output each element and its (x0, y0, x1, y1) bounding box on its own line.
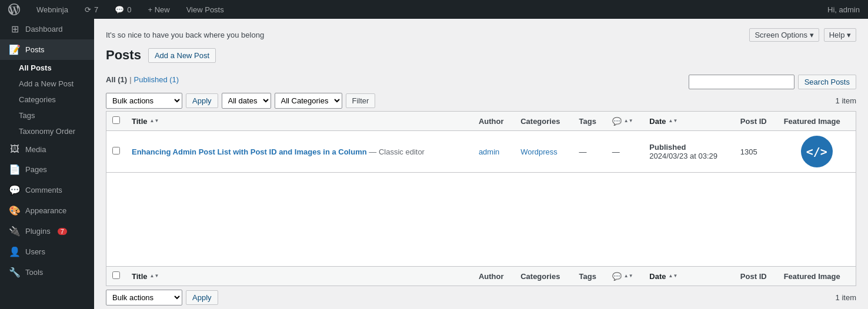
sort-arrows-date-bottom: ▲▼ (669, 274, 678, 278)
select-all-bottom-checkbox[interactable] (112, 271, 120, 279)
help-button[interactable]: Help ▾ (824, 28, 856, 42)
post-status-label: — Classic editor (369, 147, 425, 156)
apply-top-button[interactable]: Apply (186, 93, 218, 108)
sidebar-item-tags[interactable]: Tags (0, 108, 94, 123)
sidebar-item-plugins[interactable]: 🔌 Plugins 7 (0, 221, 94, 241)
search-posts-button[interactable]: Search Posts (798, 75, 856, 89)
view-posts-item[interactable]: View Posts (183, 0, 228, 19)
table-row: Enhancing Admin Post List with Post ID a… (106, 131, 856, 173)
view-posts-label: View Posts (186, 5, 224, 14)
sidebar-item-add-new-post[interactable]: Add a New Post (0, 76, 94, 92)
th-categories: Categories (515, 112, 573, 131)
category-link[interactable]: Wordpress (520, 147, 557, 156)
th-comments-icon: 💬 (612, 117, 622, 126)
sort-date-bottom-link[interactable]: Date ▲▼ (649, 272, 729, 281)
item-count-top: 1 item (836, 96, 856, 105)
th-date: Date ▲▼ (643, 112, 735, 131)
table-footer-row: Title ▲▼ Author Categories Tags (106, 267, 856, 286)
select-all-checkbox[interactable] (112, 116, 120, 124)
update-count: 7 (94, 5, 98, 14)
tfoot-th-tags: Tags (573, 267, 606, 286)
th-author: Author (473, 112, 515, 131)
row-checkbox-cell (106, 131, 126, 173)
comments-icon: 💬 (9, 184, 21, 196)
row-featured-image-cell: </> (778, 131, 856, 173)
tfoot-checkbox (106, 267, 126, 286)
wp-logo-item[interactable] (5, 0, 24, 19)
row-checkbox[interactable] (112, 147, 120, 154)
sidebar-item-pages[interactable]: 📄 Pages (0, 159, 94, 180)
plugins-badge: 7 (58, 228, 67, 235)
sort-date-link[interactable]: Date ▲▼ (649, 117, 729, 126)
item-count-bottom: 1 item (836, 293, 856, 302)
th-date-label: Date (649, 117, 666, 126)
plugins-icon: 🔌 (9, 226, 21, 237)
author-link[interactable]: admin (479, 147, 499, 156)
th-post-id: Post ID (735, 112, 778, 131)
sort-title-bottom-link[interactable]: Title ▲▼ (132, 272, 467, 281)
sidebar-item-categories[interactable]: Categories (0, 92, 94, 108)
apply-bottom-button[interactable]: Apply (186, 290, 218, 305)
page-title: Posts (106, 48, 141, 63)
add-new-post-button[interactable]: Add a New Post (148, 48, 216, 63)
sidebar-item-tools[interactable]: 🔧 Tools (0, 262, 94, 283)
sidebar-item-posts[interactable]: 📝 Posts (0, 39, 94, 60)
page-heading: Posts Add a New Post (106, 48, 856, 63)
sidebar-item-appearance[interactable]: 🎨 Appearance (0, 200, 94, 221)
updates-item[interactable]: ⟳ 7 (81, 0, 102, 19)
sort-comments-bottom-link[interactable]: 💬 ▲▼ (612, 272, 638, 281)
th-categories-label: Categories (520, 117, 560, 126)
th-tags: Tags (573, 112, 606, 131)
empty-cell (106, 173, 856, 267)
greeting-item[interactable]: Hi, admin (824, 0, 863, 19)
sidebar-item-all-posts[interactable]: All Posts (0, 60, 94, 76)
sort-comments-link[interactable]: 💬 ▲▼ (612, 117, 638, 126)
admin-bar: Webninja ⟳ 7 💬 0 + New View Posts Hi, ad… (0, 0, 868, 19)
screen-options-button[interactable]: Screen Options ▾ (749, 28, 819, 42)
sidebar: ⊞ Dashboard 📝 Posts All Posts Add a New … (0, 19, 94, 309)
top-filter-row: Bulk actions Apply All dates All Categor… (106, 93, 856, 109)
empty-row (106, 173, 856, 267)
post-title-link[interactable]: Enhancing Admin Post List with Post ID a… (132, 147, 367, 156)
search-input[interactable] (689, 75, 794, 89)
sort-arrows-date: ▲▼ (669, 119, 678, 123)
th-tags-label: Tags (579, 117, 596, 126)
new-item[interactable]: + New (144, 0, 173, 19)
bulk-actions-top-select[interactable]: Bulk actions (106, 93, 182, 109)
sidebar-item-dashboard[interactable]: ⊞ Dashboard (0, 19, 94, 39)
appearance-icon: 🎨 (9, 205, 21, 216)
sidebar-item-label: Dashboard (25, 25, 63, 33)
taxonomy-order-label: Taxonomy Order (19, 127, 75, 136)
tfoot-th-title: Title ▲▼ (126, 267, 473, 286)
comments-item[interactable]: 💬 0 (111, 0, 135, 19)
tfoot-th-comments: 💬 ▲▼ (606, 267, 644, 286)
sidebar-item-taxonomy-order[interactable]: Taxonomy Order (0, 123, 94, 139)
comments-value: — (612, 147, 620, 156)
bulk-actions-bottom-select[interactable]: Bulk actions (106, 290, 182, 305)
category-filter-select[interactable]: All Categories (275, 93, 342, 109)
posts-icon: 📝 (9, 44, 21, 55)
top-tablenav: All (1) | Published (1) Search Posts (106, 71, 856, 93)
wp-logo-icon (8, 4, 20, 15)
filter-button[interactable]: Filter (346, 93, 376, 108)
sidebar-item-media[interactable]: 🖼 Media (0, 139, 94, 159)
filter-all[interactable]: All (1) (106, 75, 127, 84)
th-title: Title ▲▼ (126, 112, 473, 131)
top-bar: It's so nice to have you back where you … (106, 28, 856, 42)
tfoot-comments-icon: 💬 (612, 272, 622, 281)
dashboard-icon: ⊞ (9, 23, 21, 35)
sidebar-item-comments[interactable]: 💬 Comments (0, 180, 94, 200)
filter-published[interactable]: Published (1) (134, 75, 179, 84)
site-name-item[interactable]: Webninja (33, 0, 72, 19)
sort-title-link[interactable]: Title ▲▼ (132, 117, 467, 126)
sidebar-item-users[interactable]: 👤 Users (0, 241, 94, 262)
row-tags-cell: — (573, 131, 606, 173)
date-filter-select[interactable]: All dates (222, 93, 271, 109)
featured-image-thumb: </> (801, 136, 833, 167)
th-title-label: Title (132, 117, 148, 126)
tfoot-th-featured-image: Featured Image (778, 267, 856, 286)
sort-arrows-title-bottom: ▲▼ (150, 274, 159, 278)
main-layout: ⊞ Dashboard 📝 Posts All Posts Add a New … (0, 19, 868, 309)
th-featured-image-label: Featured Image (784, 117, 840, 126)
users-icon: 👤 (9, 246, 21, 257)
